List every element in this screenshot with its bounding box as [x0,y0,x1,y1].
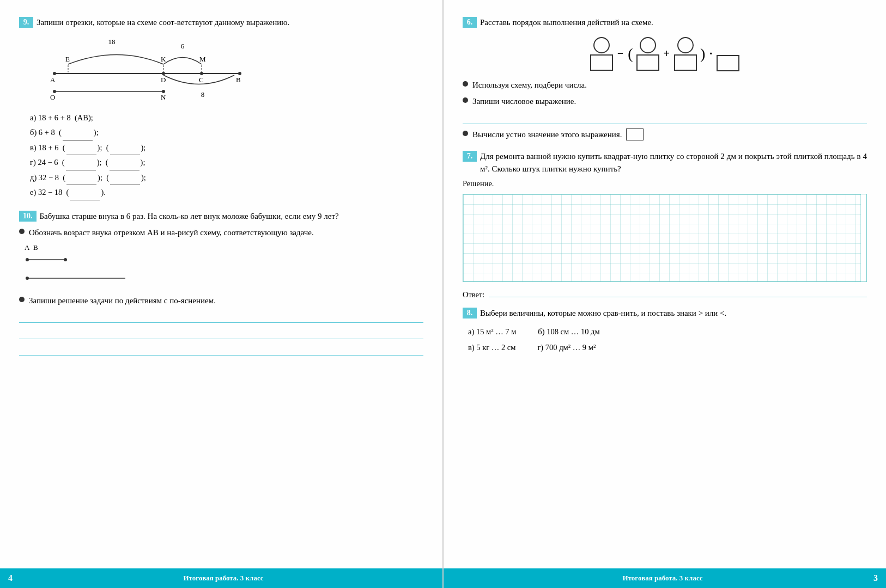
write-line-3 [19,344,423,356]
formula-diagram: − ( + ) · [463,36,867,71]
task-8: 8. Выбери величины, которые можно срав-н… [463,307,867,356]
solution-label: Решение. [463,179,867,188]
svg-text:M: M [199,55,206,63]
rect-4 [717,55,739,71]
bullet-icon [19,229,25,234]
task-6-bullet3-text: Вычисли устно значение этого выражения. [472,128,622,141]
bullet-icon-3 [463,81,468,87]
svg-point-13 [238,72,241,75]
svg-point-11 [162,72,165,75]
write-line-2 [19,327,423,339]
svg-point-10 [53,72,56,75]
svg-text:E: E [65,55,70,63]
answer-row: Ответ: [463,287,867,299]
svg-text:N: N [161,93,166,101]
compare-d: г) 700 дм² … 9 м² [537,340,596,356]
task-6-bullet2-text: Запиши числовое выражение. [472,95,576,108]
svg-point-12 [200,72,203,75]
task-9-diagram: 18 6 8 E K M [35,34,242,105]
compare-a: а) 15 м² … 7 м [468,324,516,340]
right-page: 6. Расставь порядок выполнения действий … [444,0,886,588]
segment-b: б) 6 + 8 (); [30,125,423,140]
bullet-icon-4 [463,97,468,103]
svg-text:C: C [199,76,204,84]
svg-point-27 [26,277,29,280]
svg-text:K: K [161,55,166,63]
svg-text:B: B [236,76,241,84]
segment-ab-long [25,273,423,287]
task-6-number: 6. [463,17,477,28]
left-footer: 4 Итоговая работа. 3 класс [0,568,442,588]
svg-text:O: O [50,93,55,101]
left-page-number: 4 [8,573,13,583]
minus-sign: − [617,47,623,60]
left-page: 9. Запиши отрезки, которые на схеме соот… [0,0,444,588]
task-7: 7. Для ремонта ванной нужно купить квадр… [463,150,867,299]
task-10-text: Бабушка старше внука в 6 раз. На сколь-к… [40,210,339,223]
svg-point-24 [26,258,29,261]
task-7-number: 7. [463,151,477,162]
right-page-number: 3 [873,573,878,583]
compare-c: в) 5 кг … 2 см [468,340,515,356]
task-6: 6. Расставь порядок выполнения действий … [463,16,867,140]
segment-ab-label: А В [25,243,423,252]
task-10: 10. Бабушка старше внука в 6 раз. На ско… [19,210,423,356]
task-10-number: 10. [19,211,37,222]
circle-2 [640,37,656,53]
left-footer-text: Итоговая работа. 3 класс [184,574,264,583]
close-paren: ) [700,46,705,62]
task-9-number: 9. [19,17,33,28]
solution-grid [463,194,867,282]
task-6-bullet2: Запиши числовое выражение. [463,95,867,108]
mult-sign: · [709,47,712,60]
segment-e: д) 32 − 8 (); (); [30,170,423,186]
segment-d: г) 24 − 6 (); (); [30,155,423,170]
rect-3 [674,54,697,71]
task-9-segments: а) 18 + 6 + 8 (АВ); б) 6 + 8 (); в) 18 +… [30,111,423,200]
book-spread: 9. Запиши отрезки, которые на схеме соот… [0,0,886,588]
rect-1 [590,54,613,71]
rect-2 [636,54,659,71]
svg-rect-28 [463,194,861,281]
svg-text:6: 6 [181,42,185,50]
task-8-text: Выбери величины, которые можно срав-нить… [480,307,726,320]
bullet-icon-5 [463,131,468,136]
task-10-bullet1-text: Обозначь возраст внука отрезком АВ и на-… [29,226,314,239]
task-6-write-line [463,112,867,124]
svg-text:8: 8 [201,90,205,99]
segment-c: в) 18 + 6 (); (); [30,140,423,156]
right-footer-text: Итоговая работа. 3 класс [623,574,703,583]
task-6-bullet1: Используя схему, подбери числа. [463,79,867,91]
segment-ab-diagram [25,254,423,268]
circle-1 [593,37,610,53]
task-6-bullet3: Вычисли устно значение этого выражения. [463,128,867,141]
segment-a: а) 18 + 6 + 8 (АВ); [30,111,423,126]
task-9: 9. Запиши отрезки, которые на схеме соот… [19,16,423,200]
circle-3 [677,37,694,53]
svg-text:18: 18 [108,38,116,46]
compare-row-2: в) 5 кг … 2 см г) 700 дм² … 9 м² [468,340,867,356]
plus-sign: + [664,47,670,60]
bullet-icon-2 [19,297,25,302]
label-a: А В [25,243,38,252]
answer-box [626,128,644,140]
task-10-bullet2: Запиши решение задачи по действиям с по-… [19,295,423,307]
compare-b: б) 108 см … 10 дм [538,324,599,340]
compare-items: а) 15 м² … 7 м б) 108 см … 10 дм в) 5 кг… [468,324,867,356]
answer-line [489,287,867,297]
compare-row-1: а) 15 м² … 7 м б) 108 см … 10 дм [468,324,867,340]
open-paren: ( [628,46,633,62]
task-9-text: Запиши отрезки, которые на схеме соот-ве… [37,16,289,29]
task-10-bullet1: Обозначь возраст внука отрезком АВ и на-… [19,226,423,239]
right-footer: Итоговая работа. 3 класс 3 [444,568,886,588]
svg-point-25 [64,258,67,261]
task-10-bullet2-text: Запиши решение задачи по действиям с по-… [29,295,216,307]
task-6-text: Расставь порядок выполнения действий на … [480,16,653,29]
task-8-number: 8. [463,308,477,318]
answer-label: Ответ: [463,290,484,299]
segment-f: е) 32 − 18 (). [30,185,423,200]
svg-text:A: A [50,76,56,84]
task-7-text: Для ремонта ванной нужно купить квадрат-… [480,150,867,175]
task-6-bullet1-text: Используя схему, подбери числа. [472,79,587,91]
write-line-1 [19,311,423,323]
